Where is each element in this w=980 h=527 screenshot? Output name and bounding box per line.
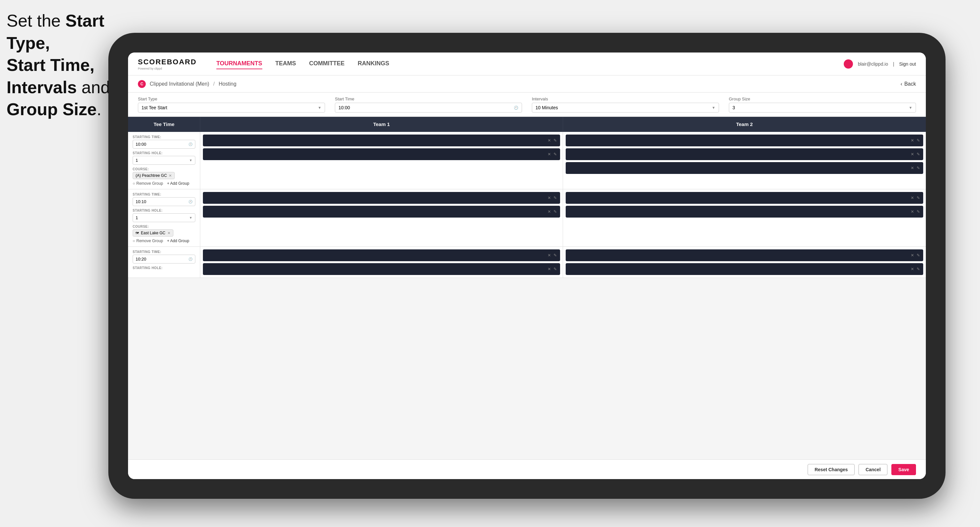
player-row-2-3: ✕ ✎ [566, 192, 923, 204]
nav-links: TOURNAMENTS TEAMS COMMITTEE RANKINGS [216, 59, 844, 69]
nav-rankings[interactable]: RANKINGS [358, 59, 389, 69]
group-row-1: STARTING TIME: 10:00 🕙 STARTING HOLE: 1 … [128, 132, 926, 189]
player-row-1-4: ✕ ✎ [566, 148, 923, 160]
back-button[interactable]: ‹ Back [900, 81, 916, 87]
player-x-icon-2-4[interactable]: ✕ [911, 210, 914, 214]
starting-time-input-2[interactable]: 10:10 🕙 [133, 197, 195, 206]
player-row-1-5: ✕ ✎ [566, 162, 923, 174]
player-x-icon-3-1[interactable]: ✕ [547, 253, 551, 257]
team1-cell-3: ✕ ✎ ✕ ✎ [200, 247, 563, 278]
player-edit-icon-3-4[interactable]: ✎ [916, 267, 920, 271]
breadcrumb-tournament: Clipped Invitational (Men) [150, 81, 209, 87]
nav-teams[interactable]: TEAMS [275, 59, 296, 69]
group-left-2: STARTING TIME: 10:10 🕙 STARTING HOLE: 1 … [128, 189, 200, 246]
player-edit-icon-2-2[interactable]: ✎ [554, 210, 557, 214]
group-actions-1: ○ Remove Group + Add Group [133, 181, 195, 186]
player-edit-icon-2-3[interactable]: ✎ [916, 195, 920, 200]
intervals-select[interactable]: 10 Minutes ▼ [532, 103, 719, 113]
starting-hole-input-2[interactable]: 1 ▼ [133, 213, 195, 222]
group-size-group: Group Size 3 ▼ [729, 97, 916, 113]
player-edit-icon-2-1[interactable]: ✎ [554, 195, 557, 200]
player-edit-icon-1-2[interactable]: ✎ [554, 152, 557, 157]
bold-start-time: Start Time, [6, 56, 95, 75]
start-time-select[interactable]: 10:00 🕙 [335, 103, 522, 113]
nav-committee[interactable]: COMMITTEE [309, 59, 345, 69]
save-button[interactable]: Save [891, 464, 916, 475]
player-row-3-4: ✕ ✎ [566, 263, 923, 275]
nav-tournaments[interactable]: TOURNAMENTS [216, 59, 262, 69]
team1-cell-2: ✕ ✎ ✕ ✎ [200, 189, 563, 246]
remove-group-btn-2[interactable]: ○ Remove Group [133, 238, 163, 243]
starting-hole-value-1: 1 [135, 158, 138, 163]
starting-hole-input-1[interactable]: 1 ▼ [133, 156, 195, 165]
starting-time-input-1[interactable]: 10:00 🕙 [133, 140, 195, 149]
user-avatar [844, 59, 853, 68]
add-group-btn-1[interactable]: + Add Group [167, 181, 189, 186]
instructions-text: Set the Start Type, Start Time, Interval… [6, 10, 118, 121]
starting-time-value-3: 10:20 [135, 257, 146, 262]
player-row-2-2: ✕ ✎ [203, 206, 560, 217]
player-edit-icon-1-4[interactable]: ✎ [916, 152, 920, 157]
bold-intervals: Intervals [6, 78, 77, 97]
col-team2: Team 2 [563, 117, 926, 132]
player-x-icon-1-4[interactable]: ✕ [911, 152, 914, 157]
start-time-value: 10:00 [339, 105, 350, 110]
team2-cell-1: ✕ ✎ ✕ ✎ ✕ ✎ [563, 132, 926, 189]
player-x-icon-1-2[interactable]: ✕ [547, 152, 551, 157]
course-value-2: East Lake GC [141, 231, 165, 235]
player-edit-icon-3-1[interactable]: ✎ [554, 253, 557, 257]
bold-group-size: Group Size [6, 100, 97, 119]
add-group-btn-2[interactable]: + Add Group [167, 238, 189, 243]
breadcrumb-logo: C [138, 80, 146, 88]
course-remove-icon-2[interactable]: ✕ [167, 231, 170, 235]
cancel-button[interactable]: Cancel [859, 464, 888, 475]
course-label-1: COURSE: [133, 167, 195, 171]
breadcrumb-section: Hosting [219, 81, 236, 87]
player-x-icon-3-3[interactable]: ✕ [911, 253, 914, 257]
player-x-icon-2-1[interactable]: ✕ [547, 195, 551, 200]
player-edit-icon-1-5[interactable]: ✎ [916, 166, 920, 170]
player-x-icon-1-5[interactable]: ✕ [911, 166, 914, 170]
player-x-icon-2-3[interactable]: ✕ [911, 195, 914, 200]
player-x-icon-3-4[interactable]: ✕ [911, 267, 914, 271]
start-type-select[interactable]: 1st Tee Start ▼ [138, 103, 325, 113]
player-edit-icon-1-3[interactable]: ✎ [916, 138, 920, 143]
start-time-label: Start Time [335, 97, 522, 102]
start-type-label: Start Type [138, 97, 325, 102]
tablet-frame: SCOREBOARD Powered by clippd TOURNAMENTS… [108, 33, 945, 499]
player-edit-icon-1-1[interactable]: ✎ [554, 138, 557, 143]
back-label: Back [904, 81, 916, 87]
player-edit-icon-3-3[interactable]: ✎ [916, 253, 920, 257]
remove-group-btn-1[interactable]: ○ Remove Group [133, 181, 163, 186]
back-chevron-icon: ‹ [900, 81, 902, 87]
group-row-3: STARTING TIME: 10:20 🕙 STARTING HOLE: ✕ … [128, 247, 926, 278]
group-size-select[interactable]: 3 ▼ [729, 103, 916, 113]
starting-time-label-2: STARTING TIME: [133, 193, 195, 196]
starting-time-input-3[interactable]: 10:20 🕙 [133, 255, 195, 264]
player-x-icon-3-2[interactable]: ✕ [547, 267, 551, 271]
navbar: SCOREBOARD Powered by clippd TOURNAMENTS… [128, 52, 926, 75]
group-size-value: 3 [732, 105, 735, 110]
logo: SCOREBOARD Powered by clippd [138, 58, 197, 70]
player-edit-icon-2-4[interactable]: ✎ [916, 210, 920, 214]
time-clock-icon-2: 🕙 [188, 200, 192, 203]
player-x-icon-1-1[interactable]: ✕ [547, 138, 551, 143]
sign-out-link[interactable]: Sign out [899, 61, 916, 67]
team2-cell-3: ✕ ✎ ✕ ✎ [563, 247, 926, 278]
course-remove-icon-1[interactable]: ✕ [169, 174, 172, 178]
group-actions-2: ○ Remove Group + Add Group [133, 238, 195, 243]
start-type-group: Start Type 1st Tee Start ▼ [138, 97, 325, 113]
team1-cell-1: ✕ ✎ ✕ ✎ [200, 132, 563, 189]
col-tee-time: Tee Time [128, 117, 200, 132]
player-x-icon-2-2[interactable]: ✕ [547, 210, 551, 214]
player-x-icon-1-3[interactable]: ✕ [911, 138, 914, 143]
starting-time-label-1: STARTING TIME: [133, 135, 195, 139]
starting-hole-label-2: STARTING HOLE: [133, 209, 195, 212]
group-left-3: STARTING TIME: 10:20 🕙 STARTING HOLE: [128, 247, 200, 278]
group-size-chevron-icon: ▼ [909, 106, 912, 110]
controls-bar: Start Type 1st Tee Start ▼ Start Time 10… [128, 92, 926, 117]
player-row-3-2: ✕ ✎ [203, 263, 560, 275]
course-tag-1: (A) Peachtree GC ✕ [133, 172, 175, 179]
player-edit-icon-3-2[interactable]: ✎ [554, 267, 557, 271]
reset-changes-button[interactable]: Reset Changes [808, 464, 854, 475]
